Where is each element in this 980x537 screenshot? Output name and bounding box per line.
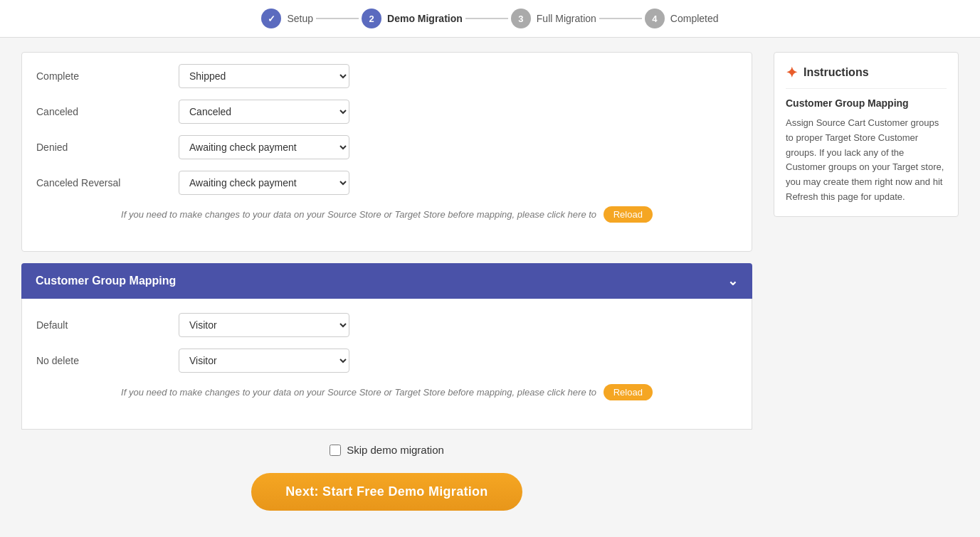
next-button-row: Next: Start Free Demo Migration: [21, 473, 752, 511]
sidebar-text: Assign Source Cart Customer groups to pr…: [786, 116, 947, 205]
step-num-2: 2: [369, 14, 374, 24]
sidebar-subtitle: Customer Group Mapping: [786, 97, 947, 109]
step-label-1: Setup: [287, 13, 313, 24]
customer-group-body: Default Visitor Guest Registered No dele…: [21, 299, 752, 430]
order-status-section-body: Complete Shipped Canceled Awaiting check…: [21, 52, 752, 252]
reload-note-1: If you need to make changes to your data…: [29, 206, 744, 223]
form-row-no-delete: No delete Visitor Guest Registered: [29, 349, 744, 373]
main-layout: Complete Shipped Canceled Awaiting check…: [0, 38, 980, 537]
wizard-step-3: 3 Full Migration: [511, 9, 596, 28]
skip-demo-checkbox[interactable]: [330, 445, 341, 456]
sidebar-instructions: ✦ Instructions Customer Group Mapping As…: [774, 52, 959, 217]
wizard-step-2: 2 Demo Migration: [362, 9, 463, 28]
label-canceled: Canceled: [36, 106, 179, 117]
connector-1-2: [316, 18, 359, 19]
select-denied[interactable]: Shipped Canceled Awaiting check payment …: [179, 135, 349, 159]
label-default: Default: [36, 319, 179, 331]
content-area: Complete Shipped Canceled Awaiting check…: [21, 52, 752, 537]
skip-demo-label[interactable]: Skip demo migration: [347, 444, 444, 456]
customer-group-header[interactable]: Customer Group Mapping ⌄: [21, 263, 752, 299]
sidebar-title-row: ✦ Instructions: [786, 64, 947, 89]
label-complete: Complete: [36, 70, 179, 82]
reload-note-text-2: If you need to make changes to your data…: [121, 387, 596, 398]
customer-group-section: Customer Group Mapping ⌄ Default Visitor…: [21, 263, 752, 430]
label-denied: Denied: [36, 142, 179, 153]
step-circle-2: 2: [362, 9, 381, 28]
step-num-4: 4: [652, 14, 657, 24]
step-circle-1: ✓: [261, 9, 281, 28]
step-num-3: 3: [518, 14, 523, 24]
step-label-3: Full Migration: [537, 13, 596, 24]
reload-note-text-1: If you need to make changes to your data…: [121, 209, 596, 220]
connector-3-4: [599, 18, 642, 19]
form-row-complete: Complete Shipped Canceled Awaiting check…: [29, 64, 744, 88]
select-complete[interactable]: Shipped Canceled Awaiting check payment …: [179, 64, 349, 88]
next-button[interactable]: Next: Start Free Demo Migration: [251, 473, 522, 511]
wizard-step-1: ✓ Setup: [261, 9, 313, 28]
form-row-canceled-reversal: Canceled Reversal Shipped Canceled Await…: [29, 171, 744, 195]
reload-note-2: If you need to make changes to your data…: [29, 384, 744, 400]
select-no-delete[interactable]: Visitor Guest Registered: [179, 349, 349, 373]
wizard-step-4: 4 Completed: [645, 9, 719, 28]
step-circle-3: 3: [511, 9, 531, 28]
sidebar-title-text: Instructions: [804, 66, 869, 79]
sidebar: ✦ Instructions Customer Group Mapping As…: [774, 52, 959, 537]
reload-button-1[interactable]: Reload: [604, 206, 653, 223]
reload-button-2[interactable]: Reload: [604, 384, 653, 400]
connector-2-3: [465, 18, 508, 19]
instructions-icon: ✦: [786, 64, 798, 81]
chevron-down-icon: ⌄: [727, 273, 738, 289]
back-link-row: « Back to Setup: [21, 532, 752, 537]
form-row-denied: Denied Shipped Canceled Awaiting check p…: [29, 135, 744, 159]
checkmark-icon: ✓: [268, 14, 275, 24]
skip-demo-row: Skip demo migration: [21, 444, 752, 456]
step-circle-4: 4: [645, 9, 665, 28]
select-default[interactable]: Visitor Guest Registered: [179, 313, 349, 337]
wizard-bar: ✓ Setup 2 Demo Migration 3 Full Migratio…: [0, 0, 980, 38]
customer-group-title: Customer Group Mapping: [36, 275, 176, 287]
label-canceled-reversal: Canceled Reversal: [36, 177, 179, 188]
step-label-4: Completed: [670, 13, 719, 24]
step-label-2: Demo Migration: [387, 13, 463, 24]
select-canceled[interactable]: Shipped Canceled Awaiting check payment …: [179, 100, 349, 124]
select-canceled-reversal[interactable]: Shipped Canceled Awaiting check payment …: [179, 171, 349, 195]
form-row-default: Default Visitor Guest Registered: [29, 313, 744, 337]
form-row-canceled: Canceled Shipped Canceled Awaiting check…: [29, 100, 744, 124]
label-no-delete: No delete: [36, 355, 179, 366]
